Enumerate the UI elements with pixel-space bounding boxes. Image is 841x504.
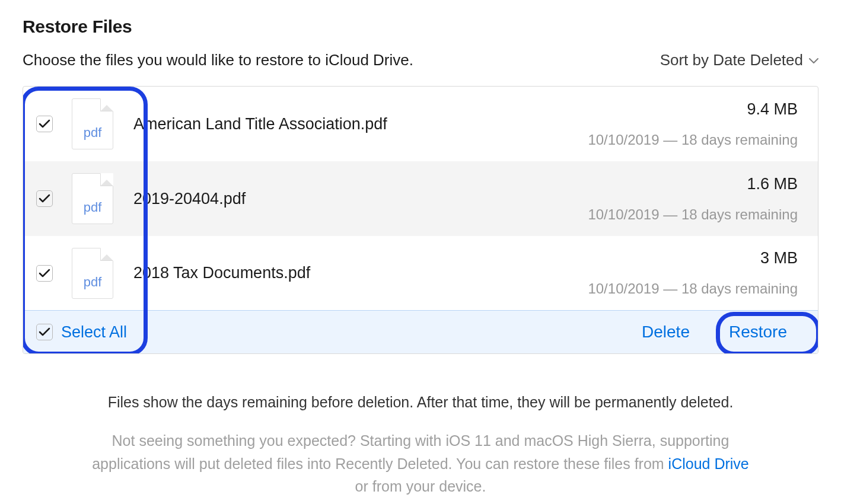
select-all-checkbox[interactable] <box>36 324 53 340</box>
file-meta: 10/10/2019 — 18 days remaining <box>588 206 798 223</box>
icloud-drive-link[interactable]: iCloud Drive <box>668 455 749 472</box>
action-bar: Select All Delete Restore <box>23 311 818 353</box>
file-meta: 10/10/2019 — 18 days remaining <box>588 280 798 297</box>
file-meta: 10/10/2019 — 18 days remaining <box>588 132 798 148</box>
file-checkbox[interactable] <box>36 116 53 132</box>
file-checkbox[interactable] <box>36 190 53 207</box>
file-list-panel: pdf American Land Title Association.pdf … <box>23 86 818 354</box>
file-size: 3 MB <box>588 249 798 267</box>
restore-button[interactable]: Restore <box>718 319 798 345</box>
select-all-control[interactable]: Select All <box>36 323 127 342</box>
select-all-label: Select All <box>61 323 127 342</box>
delete-button[interactable]: Delete <box>631 319 700 345</box>
help-subnote: Not seeing something you expected? Start… <box>88 429 753 498</box>
file-name: 2019-20404.pdf <box>133 190 588 208</box>
file-row[interactable]: pdf American Land Title Association.pdf … <box>23 87 818 161</box>
deletion-footnote: Files show the days remaining before del… <box>23 391 818 414</box>
pdf-file-icon: pdf <box>72 173 113 224</box>
pdf-file-icon: pdf <box>72 98 113 149</box>
pdf-file-icon: pdf <box>72 248 113 299</box>
sort-dropdown[interactable]: Sort by Date Deleted <box>660 51 818 69</box>
file-size: 9.4 MB <box>588 100 798 119</box>
chevron-down-icon <box>809 51 818 69</box>
instructions-text: Choose the files you would like to resto… <box>23 51 413 69</box>
file-row[interactable]: pdf 2019-20404.pdf 1.6 MB 10/10/2019 — 1… <box>23 161 818 236</box>
file-name: 2018 Tax Documents.pdf <box>133 264 588 282</box>
file-checkbox[interactable] <box>36 265 53 282</box>
file-row[interactable]: pdf 2018 Tax Documents.pdf 3 MB 10/10/20… <box>23 236 818 311</box>
file-name: American Land Title Association.pdf <box>133 115 588 133</box>
file-size: 1.6 MB <box>588 175 798 193</box>
page-title: Restore Files <box>23 17 818 37</box>
sort-label: Sort by Date Deleted <box>660 51 803 69</box>
